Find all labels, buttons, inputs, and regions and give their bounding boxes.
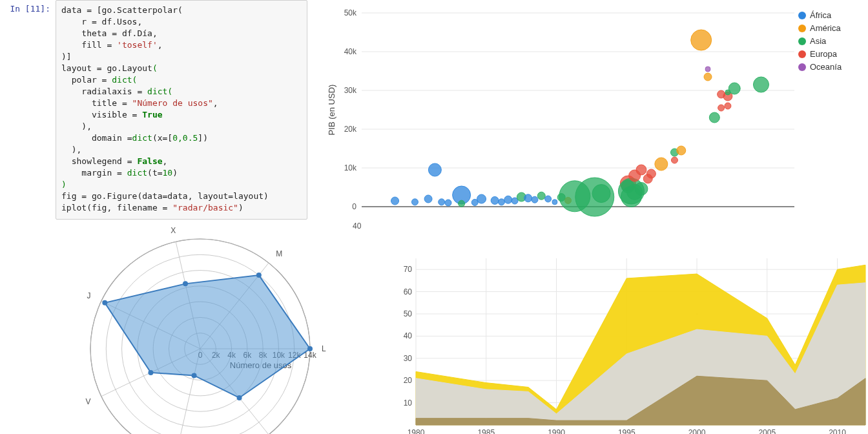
area-xtick: 1985 xyxy=(477,428,495,434)
area-ytick: 60 xyxy=(404,287,413,296)
radar-axis-label: M xyxy=(276,249,282,258)
area-xtick: 1990 xyxy=(548,428,565,434)
bubble-ylabel: PIB (en USD) xyxy=(327,85,336,136)
bubble-point[interactable] xyxy=(636,165,646,175)
radar-axis-label: J xyxy=(87,291,91,300)
bubble-point[interactable] xyxy=(428,163,441,176)
area-ytick: 70 xyxy=(404,265,413,274)
radar-point[interactable] xyxy=(148,370,153,375)
stacked-area-chart[interactable]: 1020304050607019801985199019952000200520… xyxy=(390,252,868,434)
radar-axis-label: V xyxy=(86,397,91,406)
area-ytick: 20 xyxy=(404,376,413,385)
legend-label[interactable]: Asia xyxy=(810,36,827,46)
bubble-point[interactable] xyxy=(705,67,710,72)
bubble-point[interactable] xyxy=(445,200,451,206)
bubble-ytick: 30k xyxy=(344,86,357,95)
area-xtick: 2000 xyxy=(688,428,706,434)
bubble-point[interactable] xyxy=(552,200,557,205)
bubble-footer: 40 xyxy=(353,222,362,231)
area-xtick: 1995 xyxy=(618,428,636,434)
area-xtick: 2010 xyxy=(829,428,846,434)
bubble-point[interactable] xyxy=(498,199,504,205)
bubble-point[interactable] xyxy=(459,200,465,207)
code-block[interactable]: data = [go.Scatterpolar( r = df.Usos, th… xyxy=(56,0,307,220)
legend-label[interactable]: América xyxy=(810,23,841,33)
bubble-point[interactable] xyxy=(524,194,532,202)
area-ytick: 40 xyxy=(404,331,413,340)
radar-point[interactable] xyxy=(237,395,242,400)
legend-swatch[interactable] xyxy=(798,37,806,45)
legend-label[interactable]: Oceanía xyxy=(810,62,842,72)
radar-point[interactable] xyxy=(102,300,107,305)
legend-swatch[interactable] xyxy=(798,50,806,58)
area-xtick: 1980 xyxy=(408,428,425,434)
bubble-ytick: 0 xyxy=(352,202,356,211)
bubble-point[interactable] xyxy=(439,199,445,205)
bubble-ytick: 40k xyxy=(344,47,357,56)
radar-chart[interactable]: LMXJVSD02k4k6k8k10k12k14kNúmero de usos xyxy=(39,213,362,434)
bubble-point[interactable] xyxy=(677,146,686,155)
bubble-point[interactable] xyxy=(646,169,656,178)
area-ytick: 30 xyxy=(404,354,413,363)
bubble-point[interactable] xyxy=(545,196,552,202)
bubble-scatter-chart[interactable]: 010k20k30k40k50kPIB (en USD)40ÁfricaAmér… xyxy=(323,0,865,258)
bubble-point[interactable] xyxy=(691,30,712,50)
bubble-point[interactable] xyxy=(704,73,712,81)
bubble-point[interactable] xyxy=(728,83,740,94)
legend-swatch[interactable] xyxy=(798,12,806,19)
bubble-point[interactable] xyxy=(725,103,731,109)
radar-axis-label: L xyxy=(322,344,326,353)
bubble-ytick: 20k xyxy=(344,125,357,134)
bubble-point[interactable] xyxy=(753,77,769,92)
bubble-point[interactable] xyxy=(592,185,610,203)
legend-swatch[interactable] xyxy=(798,25,806,32)
legend-swatch[interactable] xyxy=(798,63,806,71)
bubble-point[interactable] xyxy=(504,196,512,203)
area-ytick: 50 xyxy=(404,309,413,318)
bubble-point[interactable] xyxy=(411,199,418,205)
area-xtick: 2005 xyxy=(758,428,776,434)
cell-prompt: In [11]: xyxy=(0,0,56,220)
bubble-point[interactable] xyxy=(655,158,668,170)
radar-point[interactable] xyxy=(183,281,188,286)
radar-point[interactable] xyxy=(192,373,197,378)
bubble-ytick: 10k xyxy=(344,163,357,172)
bubble-point[interactable] xyxy=(391,197,399,205)
legend-label[interactable]: Europa xyxy=(810,49,838,59)
bubble-point[interactable] xyxy=(532,196,538,203)
bubble-ytick: 50k xyxy=(344,8,357,17)
bubble-point[interactable] xyxy=(671,157,677,163)
bubble-point[interactable] xyxy=(491,196,499,204)
bubble-point[interactable] xyxy=(537,192,545,200)
bubble-point[interactable] xyxy=(709,112,719,123)
radar-point[interactable] xyxy=(307,346,313,351)
legend-label[interactable]: África xyxy=(810,10,832,20)
jupyter-code-cell: In [11]: data = [go.Scatterpolar( r = df… xyxy=(0,0,307,220)
bubble-point[interactable] xyxy=(424,195,432,203)
radar-point[interactable] xyxy=(256,273,262,278)
area-ytick: 10 xyxy=(404,398,413,408)
radar-axis-label: X xyxy=(170,226,176,235)
bubble-point[interactable] xyxy=(477,194,486,203)
radar-series[interactable] xyxy=(105,275,310,398)
bubble-point[interactable] xyxy=(718,105,725,111)
bubble-point[interactable] xyxy=(635,182,648,195)
